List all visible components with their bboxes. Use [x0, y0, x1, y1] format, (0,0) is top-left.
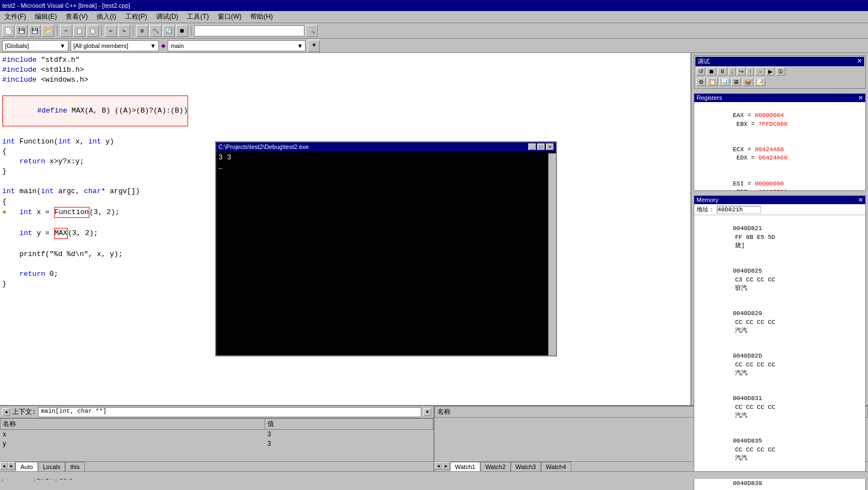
debug-stop-btn[interactable]: ⏹ — [706, 67, 716, 76]
build-btn[interactable]: 🔨 — [149, 25, 162, 37]
macro-define-highlight: #define MAX(A, B) ((A)>(B)?(A):(B)) — [2, 95, 188, 127]
save-btn[interactable]: 💾 — [15, 25, 28, 37]
console-title-bar: C:\Projects\test2\Debug\test2.exe _ □ ✕ — [216, 142, 556, 151]
debug-call-btn[interactable]: 📋 — [707, 78, 718, 86]
menu-insert[interactable]: 插入(I) — [92, 11, 120, 23]
debug-stepout-btn[interactable]: ↑ — [747, 67, 754, 76]
debug-mem-btn[interactable]: 📊 — [719, 78, 730, 86]
tab-watch2[interactable]: Watch2 — [480, 462, 511, 471]
watch-tabs-left-nav[interactable]: ◀ — [435, 462, 442, 470]
redo-btn[interactable]: ↪ — [118, 25, 130, 37]
debug-close-btn[interactable]: ✕ — [857, 57, 862, 66]
console-close-btn[interactable]: ✕ — [546, 143, 554, 150]
members-dropdown[interactable]: [All global members] ▼ — [71, 40, 159, 51]
new-btn[interactable]: 📄 — [2, 25, 14, 37]
tab-watch1[interactable]: Watch1 — [450, 462, 480, 471]
console-window[interactable]: C:\Projects\test2\Debug\test2.exe _ □ ✕ … — [215, 141, 557, 356]
save-all-btn[interactable]: 💾 — [29, 25, 41, 37]
scope-dropdown[interactable]: [Globals] ▼ — [2, 40, 68, 51]
menu-file[interactable]: 文件(F) — [0, 11, 30, 23]
address-input[interactable] — [717, 206, 761, 214]
memory-panel: Memory ✕ 地址： 0040D821 FF 8B E5 5D 烧] 004… — [694, 195, 866, 490]
debug-run-btn[interactable]: ▶ — [766, 67, 775, 76]
find-btn[interactable]: 🔍 — [306, 25, 318, 37]
debug-extra-btn[interactable]: ① — [776, 67, 785, 76]
memory-address-bar: 地址： — [694, 204, 865, 215]
open-btn[interactable]: 📂 — [42, 25, 54, 37]
debug-watch-btn[interactable]: ⚙ — [696, 78, 706, 86]
registers-panel-title: Registers ✕ — [694, 94, 865, 102]
nav-arrow[interactable]: ▼ — [308, 40, 320, 52]
cut-btn[interactable]: ✂ — [60, 25, 72, 37]
debug-run-to-btn[interactable]: → — [755, 67, 765, 76]
locals-row-y: y 3 — [1, 439, 433, 449]
watch-tabs-right-nav[interactable]: ▶ — [442, 462, 450, 470]
debug-stepover-btn[interactable]: ↪ — [737, 67, 746, 76]
sep1 — [57, 26, 57, 36]
scope-value: [Globals] — [5, 42, 29, 49]
paste-btn[interactable]: 📋 — [87, 25, 99, 37]
kw-define: #define — [37, 106, 67, 115]
function-arrow: ▼ — [297, 42, 303, 49]
kw-char: char — [84, 187, 101, 196]
console-minimize-btn[interactable]: _ — [528, 143, 536, 150]
tab-watch4[interactable]: Watch4 — [541, 462, 571, 471]
compile-btn[interactable]: ⚙ — [136, 25, 148, 37]
code-line-empty1 — [2, 86, 688, 95]
search-dropdown[interactable] — [194, 25, 304, 36]
debug-break-btn[interactable]: ⏸ — [717, 67, 727, 76]
kw-int-main: int — [2, 187, 15, 196]
menu-view[interactable]: 查看(V) — [61, 11, 92, 23]
kw-int-argc: int — [41, 187, 53, 196]
reg-line-ecx: ECX = 00424A60 EDX = 00424A60 — [696, 137, 863, 172]
function-dropdown[interactable]: main ▼ — [168, 40, 306, 51]
watch-empty-name — [435, 418, 700, 427]
locals-nav-btn[interactable]: ◀ — [2, 408, 10, 416]
kw-return2: return — [19, 269, 45, 279]
kw-int1: int — [2, 137, 15, 147]
menu-debug[interactable]: 调试(D) — [152, 11, 183, 23]
tab-watch3[interactable]: Watch3 — [511, 462, 541, 471]
registers-label: Registers — [696, 94, 722, 102]
debug-reg-btn[interactable]: 🖥 — [731, 78, 741, 86]
undo-btn[interactable]: ↩ — [105, 25, 117, 37]
arrow-icon: ● — [2, 207, 7, 217]
context-dropdown[interactable]: main[int, char **] — [38, 407, 421, 417]
menu-project[interactable]: 工程(P) — [121, 11, 152, 23]
menu-help[interactable]: 帮助(H) — [246, 11, 277, 23]
kw-int2: int — [58, 137, 71, 147]
locals-cell-y-value: 3 — [265, 439, 433, 449]
debug-dis-btn[interactable]: 📦 — [742, 78, 753, 86]
context-label: 上下文: — [12, 407, 36, 417]
mem-row-4: 0040D82D CC CC CC CC 汽汽 — [696, 344, 863, 386]
rebuild-btn[interactable]: 🔄 — [163, 25, 175, 37]
watch-col-name: 名称 — [435, 407, 700, 418]
registers-content: EAX = 00000004 EBX = 7FFDC000 ECX = 0042… — [694, 102, 865, 190]
horizontal-scrollbar[interactable] — [0, 471, 868, 479]
menu-edit[interactable]: 编辑(E) — [30, 11, 61, 23]
tab-this[interactable]: this — [65, 462, 84, 471]
menu-window[interactable]: 窗口(W) — [213, 11, 246, 23]
stop-btn[interactable]: ⏹ — [176, 25, 188, 37]
locals-cell-x-name: x — [1, 430, 265, 439]
debug-restart-btn[interactable]: ↺ — [696, 67, 705, 76]
registers-close-btn[interactable]: ✕ — [858, 94, 863, 102]
memory-close-btn[interactable]: ✕ — [858, 196, 863, 204]
console-maximize-btn[interactable]: □ — [537, 143, 545, 150]
tab-auto[interactable]: Auto — [15, 462, 38, 471]
bottom-left-tabs: ◀ ▶ Auto Locals this — [0, 461, 433, 471]
copy-btn[interactable]: 📋 — [73, 25, 85, 37]
tabs-right-nav[interactable]: ▶ — [8, 462, 15, 470]
context-arrow-btn[interactable]: ▼ — [424, 408, 431, 416]
kw-include3: #include — [2, 75, 36, 85]
debug-var-btn[interactable]: 📝 — [754, 78, 765, 86]
console-scrollbar[interactable] — [548, 153, 556, 355]
tab-locals[interactable]: Locals — [38, 462, 66, 471]
debug-step-btn[interactable]: ↓ — [728, 67, 736, 76]
nav-bar: [Globals] ▼ [All global members] ▼ ◆ mai… — [0, 39, 868, 53]
menu-bar: 文件(F) 编辑(E) 查看(V) 插入(I) 工程(P) 调试(D) 工具(T… — [0, 11, 868, 23]
tabs-left-nav[interactable]: ◀ — [0, 462, 8, 470]
kw-int3: int — [88, 137, 101, 147]
address-label: 地址： — [696, 205, 715, 214]
menu-tools[interactable]: 工具(T) — [183, 11, 213, 23]
